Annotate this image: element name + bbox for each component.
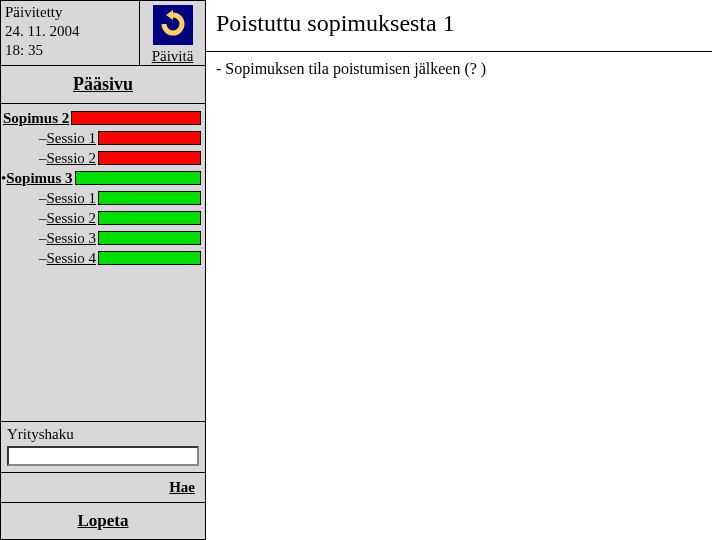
tree-session-link[interactable]: Sessio 1: [47, 130, 97, 147]
tree-prefix: –: [39, 190, 47, 207]
search-button[interactable]: Hae: [169, 479, 195, 495]
refresh-icon[interactable]: [153, 5, 193, 45]
status-bar: [71, 111, 201, 125]
tree-row: • Sopimus 3: [1, 168, 205, 188]
tree-prefix: –: [39, 250, 47, 267]
app-root: Päivitetty 24. 11. 2004 18: 35 Päivitä P…: [0, 0, 720, 540]
refresh-link[interactable]: Päivitä: [152, 48, 194, 65]
sidebar: Päivitetty 24. 11. 2004 18: 35 Päivitä P…: [0, 0, 206, 540]
page-title: Poistuttu sopimuksesta 1: [216, 10, 712, 37]
sidebar-top-row: Päivitetty 24. 11. 2004 18: 35 Päivitä: [1, 1, 205, 66]
tree-session-link[interactable]: Sessio 4: [47, 250, 97, 267]
tree-contract-link[interactable]: Sopimus 2: [3, 110, 69, 127]
tree-row: – Sessio 3: [1, 228, 205, 248]
tree-session-link[interactable]: Sessio 2: [47, 210, 97, 227]
updated-label: Päivitetty: [5, 3, 135, 22]
status-bar: [98, 211, 201, 225]
main-page-link[interactable]: Pääsivu: [73, 74, 133, 94]
tree-prefix: –: [39, 150, 47, 167]
search-button-row: Hae: [1, 473, 205, 503]
tree-row: – Sessio 4: [1, 248, 205, 268]
main-link-row: Pääsivu: [1, 66, 205, 104]
refresh-cell: Päivitä: [139, 1, 205, 65]
title-divider: [206, 51, 712, 52]
tree-row: Sopimus 2: [1, 108, 205, 128]
search-label: Yrityshaku: [7, 426, 199, 443]
updated-date: 24. 11. 2004: [5, 22, 135, 41]
contract-tree: Sopimus 2– Sessio 1– Sessio 2• Sopimus 3…: [1, 104, 205, 422]
updated-time: 18: 35: [5, 41, 135, 60]
tree-contract-link[interactable]: Sopimus 3: [6, 170, 72, 187]
tree-session-link[interactable]: Sessio 2: [47, 150, 97, 167]
quit-row: Lopeta: [1, 503, 205, 539]
search-area: Yrityshaku: [1, 422, 205, 473]
updated-box: Päivitetty 24. 11. 2004 18: 35: [1, 1, 139, 65]
quit-link[interactable]: Lopeta: [78, 511, 129, 530]
search-input[interactable]: [7, 446, 199, 466]
status-bar: [98, 131, 201, 145]
tree-row: – Sessio 1: [1, 128, 205, 148]
tree-row: – Sessio 1: [1, 188, 205, 208]
tree-prefix: –: [39, 210, 47, 227]
tree-session-link[interactable]: Sessio 3: [47, 230, 97, 247]
tree-row: – Sessio 2: [1, 208, 205, 228]
tree-row: – Sessio 2: [1, 148, 205, 168]
status-bar: [98, 191, 201, 205]
tree-prefix: –: [39, 230, 47, 247]
status-bar: [98, 151, 201, 165]
main-panel: Poistuttu sopimuksesta 1 - Sopimuksen ti…: [206, 0, 720, 540]
status-bar: [98, 231, 201, 245]
status-bar: [98, 251, 201, 265]
tree-session-link[interactable]: Sessio 1: [47, 190, 97, 207]
status-bar: [75, 171, 201, 185]
main-body-text: - Sopimuksen tila poistumisen jälkeen (?…: [216, 60, 712, 78]
tree-prefix: –: [39, 130, 47, 147]
